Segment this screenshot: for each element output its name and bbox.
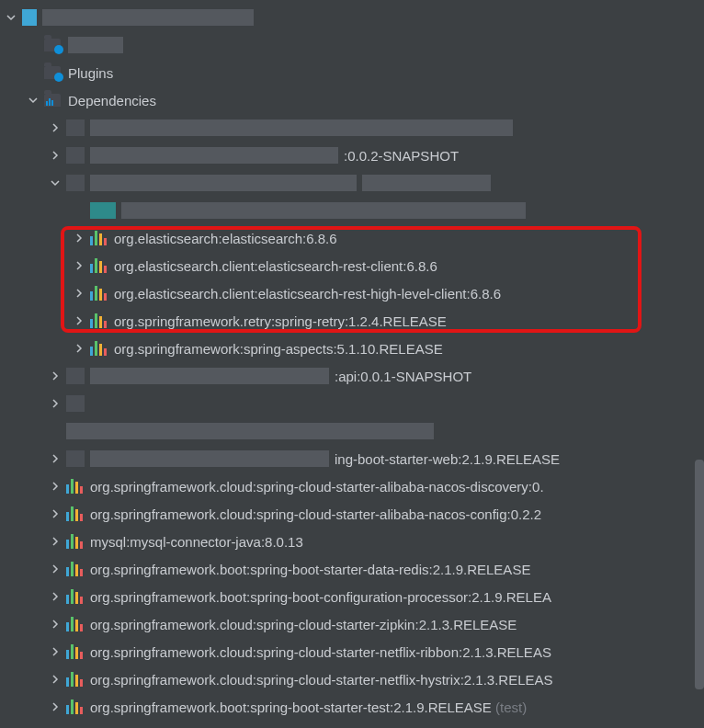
expand-arrow-right-icon[interactable]: [50, 591, 61, 602]
expand-arrow-right-icon[interactable]: [50, 563, 61, 574]
node-label: org.springframework.boot:spring-boot-sta…: [90, 700, 492, 715]
tree-row[interactable]: org.elasticsearch.client:elasticsearch-r…: [0, 279, 704, 307]
expand-arrow-right-icon[interactable]: [74, 288, 85, 299]
node-label: :api:0.0.1-SNAPSHOT: [335, 369, 471, 384]
tree-row[interactable]: ing-boot-starter-web:2.1.9.RELEASE: [0, 445, 704, 472]
node-label: org.springframework.cloud:spring-cloud-s…: [90, 617, 517, 632]
folder-settings-icon: [44, 39, 61, 51]
tree-row[interactable]: [0, 31, 704, 59]
dependency-icon: [66, 700, 83, 714]
dependency-icon: [66, 589, 83, 604]
node-label: org.springframework.boot:spring-boot-con…: [90, 589, 551, 605]
expand-arrow-down-icon[interactable]: [28, 95, 39, 106]
tree-row[interactable]: [0, 417, 704, 445]
expand-arrow-right-icon[interactable]: [50, 122, 61, 133]
dependency-icon: [66, 479, 83, 494]
expand-arrow-right-icon[interactable]: [50, 536, 61, 547]
tree-row-dependencies[interactable]: Dependencies: [0, 86, 704, 114]
tree-row[interactable]: [0, 4, 704, 31]
folder-settings-icon: [44, 66, 61, 79]
tree-row[interactable]: org.springframework.boot:spring-boot-con…: [0, 583, 704, 610]
node-label: ing-boot-starter-web:2.1.9.RELEASE: [335, 451, 560, 467]
dependency-icon: [90, 341, 107, 356]
expand-arrow-right-icon[interactable]: [74, 315, 85, 326]
dependency-icon: [66, 506, 83, 521]
tree-row[interactable]: org.springframework:spring-aspects:5.1.1…: [0, 335, 704, 362]
scope-label: (test): [495, 700, 527, 715]
node-label: org.springframework.cloud:spring-cloud-s…: [90, 479, 544, 495]
dependency-icon: [66, 672, 83, 687]
expand-arrow-right-icon[interactable]: [50, 619, 61, 630]
expand-arrow-right-icon[interactable]: [50, 453, 61, 464]
tree-row[interactable]: org.springframework.cloud:spring-cloud-s…: [0, 665, 704, 693]
expand-arrow-right-icon[interactable]: [74, 260, 85, 271]
tree-row[interactable]: :0.0.2-SNAPSHOT: [0, 142, 704, 169]
node-label: org.springframework.cloud:spring-cloud-s…: [90, 506, 541, 522]
tree-row[interactable]: org.springframework.retry:spring-retry:1…: [0, 307, 704, 335]
tree-row[interactable]: org.elasticsearch:elasticsearch:6.8.6: [0, 224, 704, 252]
tree-row[interactable]: [0, 197, 704, 224]
node-label: org.springframework:spring-aspects:5.1.1…: [114, 341, 443, 357]
node-label: org.elasticsearch:elasticsearch:6.8.6: [114, 231, 337, 246]
expand-arrow-right-icon[interactable]: [50, 701, 61, 712]
tree-row[interactable]: org.springframework.cloud:spring-cloud-s…: [0, 500, 704, 528]
node-label: Plugins: [68, 65, 113, 81]
expand-arrow-right-icon[interactable]: [74, 343, 85, 354]
node-label: :0.0.2-SNAPSHOT: [344, 148, 459, 164]
tree-row[interactable]: [0, 169, 704, 197]
tree-row[interactable]: org.springframework.cloud:spring-cloud-s…: [0, 638, 704, 665]
node-label: org.springframework.cloud:spring-cloud-s…: [90, 672, 553, 688]
node-label: org.springframework.cloud:spring-cloud-s…: [90, 644, 551, 660]
dependency-icon: [66, 617, 83, 631]
node-label: org.elasticsearch.client:elasticsearch-r…: [114, 286, 501, 301]
tree-row[interactable]: org.springframework.boot:spring-boot-sta…: [0, 555, 704, 583]
expand-arrow-down-icon[interactable]: [50, 177, 61, 188]
node-label: org.springframework.boot:spring-boot-sta…: [90, 562, 530, 577]
tree-row[interactable]: [0, 390, 704, 417]
dependency-icon: [66, 644, 83, 659]
tree-row[interactable]: [0, 114, 704, 142]
expand-arrow-right-icon[interactable]: [50, 646, 61, 657]
expand-arrow-right-icon[interactable]: [74, 233, 85, 244]
dependency-icon: [66, 534, 83, 549]
tree-row[interactable]: mysql:mysql-connector-java:8.0.13: [0, 528, 704, 555]
dependency-icon: [90, 258, 107, 273]
tree-row[interactable]: org.springframework.boot:spring-boot-sta…: [0, 693, 704, 721]
node-label: mysql:mysql-connector-java:8.0.13: [90, 534, 303, 550]
dependency-icon: [90, 231, 107, 245]
tree-row[interactable]: org.springframework.cloud:spring-cloud-s…: [0, 610, 704, 638]
project-tree: Plugins Dependencies :0.0.2-SNAPSHOT: [0, 0, 704, 721]
dependency-icon: [90, 286, 107, 301]
tree-row-plugins[interactable]: Plugins: [0, 59, 704, 86]
expand-arrow-right-icon[interactable]: [50, 481, 61, 492]
expand-arrow-right-icon[interactable]: [50, 370, 61, 381]
node-label: Dependencies: [68, 93, 156, 108]
dependency-icon: [90, 313, 107, 328]
node-label: org.elasticsearch.client:elasticsearch-r…: [114, 258, 437, 274]
tree-row[interactable]: org.springframework.cloud:spring-cloud-s…: [0, 472, 704, 500]
tree-row[interactable]: org.elasticsearch.client:elasticsearch-r…: [0, 252, 704, 279]
scrollbar-thumb[interactable]: [695, 460, 704, 689]
expand-arrow-right-icon[interactable]: [50, 150, 61, 161]
folder-deps-icon: [44, 94, 61, 107]
node-label: org.springframework.retry:spring-retry:1…: [114, 313, 447, 329]
tree-row[interactable]: :api:0.0.1-SNAPSHOT: [0, 362, 704, 390]
expand-arrow-right-icon[interactable]: [50, 508, 61, 519]
expand-arrow-right-icon[interactable]: [50, 674, 61, 685]
dependency-icon: [66, 562, 83, 576]
expand-arrow-right-icon[interactable]: [50, 398, 61, 409]
expand-arrow-down-icon[interactable]: [6, 12, 17, 23]
